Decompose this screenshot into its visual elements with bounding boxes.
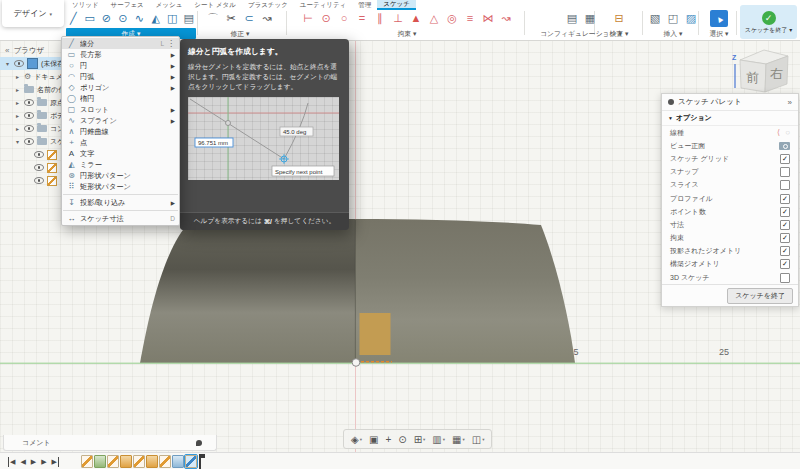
construction-line-icon[interactable]: ⟨ [777, 128, 780, 137]
checkbox-ポイント数[interactable] [780, 207, 790, 217]
insert-mesh-icon[interactable]: ◰ [665, 10, 681, 27]
finish-sketch-button[interactable]: ✓ スケッチを終了 ▾ [740, 5, 797, 39]
insert-canvas-icon[interactable]: ▨ [683, 10, 699, 27]
menu-item-文字[interactable]: A文字 [62, 148, 179, 159]
toolbar-group-label-検査[interactable]: 検査 ▾ [596, 28, 642, 39]
sketch-feature-icon[interactable] [185, 455, 197, 468]
checkbox-寸法[interactable] [780, 220, 790, 230]
concentric-icon[interactable]: ◎ [444, 10, 460, 27]
menu-item-円錐曲線[interactable]: ∧円錐曲線 [62, 126, 179, 137]
design-workspace-button[interactable]: デザイン ▾ [2, 0, 64, 27]
sketch-polygon-icon[interactable]: ◭ [149, 10, 164, 27]
fillet-icon[interactable]: ⌒ [205, 10, 221, 27]
timeline-playhead[interactable] [199, 454, 201, 469]
toolbar-group-label-修正[interactable]: 修正 ▾ [200, 28, 280, 39]
sketch-text-icon[interactable]: ▤ [182, 10, 197, 27]
zoom-window-icon[interactable]: ⊞▾ [414, 434, 426, 445]
perpendicular-icon[interactable]: ⊥ [390, 10, 406, 27]
pan-icon[interactable]: + [385, 434, 391, 445]
centerline-icon[interactable]: ○ [785, 128, 790, 137]
sketch-feature-icon[interactable] [81, 455, 93, 468]
kebab-menu-icon[interactable]: ⋮ [167, 39, 175, 49]
step-back-icon[interactable]: ◀ [20, 457, 25, 467]
configuration-icon[interactable]: ▤ [564, 10, 580, 27]
fix-lock-icon[interactable]: ▲ [408, 10, 424, 27]
browser-collapse-icon[interactable]: « [5, 46, 9, 55]
insert-derive-icon[interactable]: ▧ [647, 10, 663, 27]
eye-visibility-icon[interactable] [14, 60, 24, 67]
play-icon[interactable]: ▶ [31, 457, 36, 467]
step-forward-icon[interactable]: ▶ [41, 457, 46, 467]
menu-item-矩形状パターン[interactable]: ⠿矩形状パターン [62, 181, 179, 192]
grid-layout-icon[interactable]: ▦▾ [452, 434, 465, 445]
expander-icon[interactable]: ▸ [14, 112, 21, 119]
horizontal-vertical-icon[interactable]: ⊢ [300, 10, 316, 27]
menu-item-ミラー[interactable]: ◭ミラー [62, 159, 179, 170]
checkbox-スライス[interactable] [780, 180, 790, 190]
menu-item-投影/取り込み[interactable]: ↧投影/取り込み▶ [62, 197, 179, 208]
expander-icon[interactable]: ▾ [4, 60, 11, 67]
tab-スケッチ[interactable]: スケッチ [377, 0, 416, 10]
tab-管理[interactable]: 管理 [352, 0, 377, 10]
sketch-circle-icon[interactable]: ⊘ [99, 10, 114, 27]
tab-プラスチック[interactable]: プラスチック [242, 0, 294, 10]
expander-icon[interactable]: ▸ [14, 73, 21, 80]
solid-feature-icon[interactable] [94, 455, 106, 468]
modify-feature-icon[interactable] [146, 455, 158, 468]
menu-item-スロット[interactable]: ▢スロット▶ [62, 104, 179, 115]
coincident-icon[interactable]: ⊙ [318, 10, 334, 27]
eye-visibility-icon[interactable] [24, 138, 34, 145]
look-at-camera-icon[interactable] [779, 142, 790, 150]
checkbox-拘束[interactable] [780, 233, 790, 243]
go-to-start-icon[interactable]: ◀ [8, 457, 15, 467]
checkbox-投影されたジオメトリ[interactable] [780, 246, 790, 256]
sketch-rectangle-icon[interactable]: ▭ [83, 10, 98, 27]
comment-bubble-icon[interactable] [196, 440, 202, 446]
menu-item-点[interactable]: +点 [62, 137, 179, 148]
modify-feature-icon[interactable] [120, 455, 132, 468]
expander-icon[interactable]: ▸ [14, 99, 21, 106]
toolbar-group-label-選択[interactable]: 選択 ▾ [702, 28, 736, 39]
viewports-icon[interactable]: ◫▾ [472, 434, 485, 445]
trim-icon[interactable]: ✂ [223, 10, 239, 27]
checkbox-スナップ[interactable] [780, 167, 790, 177]
sketch-arc-icon[interactable]: ⊙ [116, 10, 131, 27]
orbit-icon[interactable]: ◈▾ [351, 434, 362, 445]
go-to-end-icon[interactable]: ▶ [52, 457, 59, 467]
collinear-icon[interactable]: ≡ [462, 10, 478, 27]
eye-visibility-icon[interactable] [34, 164, 44, 171]
menu-item-スプライン[interactable]: ∿スプライン▶ [62, 115, 179, 126]
eye-visibility-icon[interactable] [24, 99, 34, 106]
parallel-icon[interactable]: ∥ [372, 10, 388, 27]
menu-item-線分[interactable]: ╱線分L⋮ [62, 38, 179, 49]
menu-item-円弧[interactable]: ◠円弧▶ [62, 71, 179, 82]
tab-ソリッド[interactable]: ソリッド [66, 0, 105, 10]
palette-finish-sketch-button[interactable]: スケッチを終了 [727, 288, 793, 304]
checkbox-3D スケッチ[interactable] [780, 273, 790, 283]
palette-grip-icon[interactable] [668, 99, 674, 105]
sketch-slot-icon[interactable]: ◫ [165, 10, 180, 27]
midpoint-icon[interactable]: △ [426, 10, 442, 27]
move-icon[interactable]: ↝ [259, 10, 275, 27]
menu-item-円[interactable]: ○円▶ [62, 60, 179, 71]
sketch-feature-icon[interactable] [133, 455, 145, 468]
select-icon-box[interactable]: ▲ [710, 10, 728, 27]
selected-profile[interactable] [360, 313, 391, 355]
look-at-icon[interactable]: ▣ [369, 434, 378, 445]
model-body-left-face[interactable] [140, 219, 355, 363]
eye-visibility-icon[interactable] [24, 125, 34, 132]
tangent-icon[interactable]: ○ [336, 10, 352, 27]
measure-icon[interactable]: ⊟ [611, 10, 627, 27]
zoom-icon[interactable]: ⊙ [398, 434, 406, 445]
origin-point[interactable] [352, 359, 360, 367]
palette-collapse-icon[interactable]: » [788, 98, 792, 107]
checkbox-プロファイル[interactable] [780, 194, 790, 204]
checkbox-構築ジオメトリ[interactable] [780, 259, 790, 269]
symmetry-icon[interactable]: ⋈ [480, 10, 496, 27]
menu-item-円形状パターン[interactable]: ⊛円形状パターン [62, 170, 179, 181]
menu-item-ポリゴン[interactable]: ◇ポリゴン▶ [62, 82, 179, 93]
equal-icon[interactable]: = [354, 10, 370, 27]
eye-visibility-icon[interactable] [34, 177, 44, 184]
comment-bar[interactable]: コメント [3, 435, 217, 451]
menu-item-楕円[interactable]: ◯楕円 [62, 93, 179, 104]
